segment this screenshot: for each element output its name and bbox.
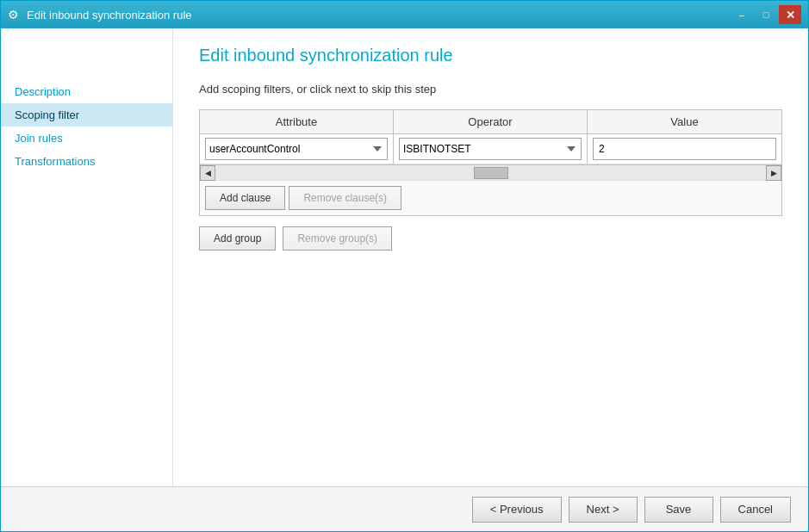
maximize-button[interactable]: □ (755, 5, 777, 24)
window-title: Edit inbound synchronization rule (27, 9, 192, 22)
value-input[interactable] (593, 138, 776, 160)
window-icon: ⚙ (8, 8, 22, 22)
add-clause-button[interactable]: Add clause (205, 186, 285, 210)
header-value: Value (588, 110, 781, 133)
instruction-text: Add scoping filters, or click next to sk… (199, 83, 782, 96)
main-window: ⚙ Edit inbound synchronization rule – □ … (0, 0, 809, 532)
operator-select[interactable]: ISBITNOTSET (399, 138, 582, 160)
title-bar-left: ⚙ Edit inbound synchronization rule (8, 8, 192, 22)
sidebar-item-description[interactable]: Description (1, 80, 172, 103)
add-group-button[interactable]: Add group (199, 226, 276, 251)
page-title: Edit inbound synchronization rule (199, 46, 782, 65)
sidebar-item-scoping-filter[interactable]: Scoping filter (1, 103, 172, 127)
header-attribute: Attribute (200, 110, 394, 133)
next-button[interactable]: Next > (569, 497, 638, 523)
title-bar-controls: – □ ✕ (731, 5, 801, 24)
cancel-button[interactable]: Cancel (720, 497, 791, 523)
header-operator: Operator (394, 110, 588, 133)
remove-clause-button[interactable]: Remove clause(s) (289, 186, 401, 210)
sidebar-item-join-rules[interactable]: Join rules (1, 127, 172, 150)
previous-button[interactable]: < Previous (472, 497, 562, 523)
attribute-select[interactable]: userAccountControl (205, 138, 388, 160)
save-button[interactable]: Save (644, 497, 713, 523)
filter-table-header: Attribute Operator Value (200, 110, 781, 134)
main-panel: Edit inbound synchronization rule Add sc… (173, 28, 808, 486)
filter-table-container: Attribute Operator Value userAccountCont… (199, 109, 782, 216)
sidebar: Description Scoping filter Join rules Tr… (1, 28, 173, 486)
group-buttons-area: Add group Remove group(s) (199, 226, 782, 251)
title-bar: ⚙ Edit inbound synchronization rule – □ … (1, 1, 808, 28)
footer: < Previous Next > Save Cancel (1, 486, 808, 531)
attribute-cell: userAccountControl (200, 134, 394, 164)
scroll-track[interactable] (215, 165, 766, 180)
scroll-right-button[interactable]: ▶ (766, 165, 781, 181)
horizontal-scrollbar[interactable]: ◀ ▶ (200, 164, 781, 180)
operator-cell: ISBITNOTSET (394, 134, 588, 164)
table-row: userAccountControl ISBITNOTSET (200, 134, 781, 164)
minimize-button[interactable]: – (731, 5, 753, 24)
remove-group-button[interactable]: Remove group(s) (283, 226, 392, 251)
scroll-thumb[interactable] (474, 167, 508, 179)
content-area: Description Scoping filter Join rules Tr… (1, 28, 808, 486)
close-button[interactable]: ✕ (779, 5, 801, 24)
value-cell (588, 134, 781, 164)
clause-buttons-area: Add clause Remove clause(s) (200, 180, 781, 215)
sidebar-item-transformations[interactable]: Transformations (1, 150, 172, 173)
scroll-left-button[interactable]: ◀ (200, 165, 215, 181)
